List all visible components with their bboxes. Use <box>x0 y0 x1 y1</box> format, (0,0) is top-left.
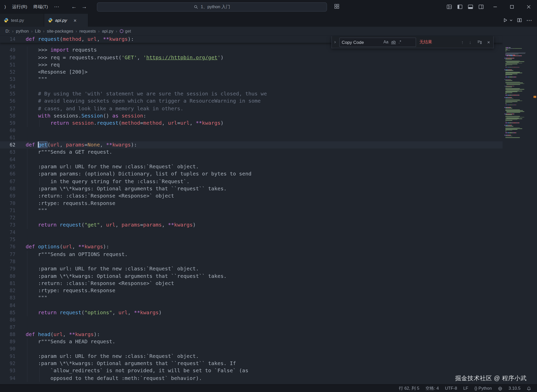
toggle-panel-icon[interactable] <box>467 3 474 11</box>
status-python-version[interactable]: 3.10.5 <box>505 385 523 392</box>
line-number[interactable]: 85 <box>0 309 15 316</box>
tab-test-py[interactable]: test.py <box>0 14 44 27</box>
line-number[interactable]: 77 <box>0 251 15 258</box>
status-encoding[interactable]: UTF-8 <box>442 385 460 392</box>
line-number[interactable]: 60 <box>0 127 15 134</box>
line-number[interactable]: 14 <box>0 36 15 43</box>
line-number[interactable]: 94 <box>0 375 15 382</box>
line-number[interactable]: 67 <box>0 178 15 185</box>
regex-icon[interactable]: .* <box>397 39 402 45</box>
breadcrumb-item-lib[interactable]: Lib <box>35 29 41 34</box>
line-number[interactable]: 81 <box>0 280 15 287</box>
line-number[interactable]: 74 <box>0 229 15 236</box>
line-number[interactable]: 59 <box>0 120 15 127</box>
tab-close-icon[interactable]: × <box>73 18 76 23</box>
line-number[interactable]: 61 <box>0 134 15 141</box>
maximize-icon[interactable] <box>503 0 520 14</box>
line-number[interactable]: 69 <box>0 192 15 200</box>
line-number[interactable]: 52 <box>0 68 15 76</box>
line-number[interactable]: 86 <box>0 316 15 324</box>
line-number[interactable]: 88 <box>0 331 15 338</box>
code-line: 94 opposed to the default :meth:`request… <box>0 375 503 382</box>
breadcrumb-item-site-packages[interactable]: site-packages <box>47 29 73 34</box>
line-number[interactable]: 80 <box>0 273 15 280</box>
toggle-primary-sidebar-icon[interactable] <box>456 3 464 11</box>
status-globe-icon[interactable] <box>495 385 505 392</box>
run-dropdown-chevron-icon[interactable] <box>510 19 513 22</box>
toggle-replace-icon[interactable]: › <box>333 39 337 45</box>
line-number[interactable]: 51 <box>0 61 15 68</box>
minimap-content <box>503 36 537 138</box>
customize-layout-icon[interactable] <box>446 3 453 11</box>
close-icon[interactable] <box>520 0 537 14</box>
code-editor[interactable]: 14def request(method, url, **kwargs):49 … <box>0 36 503 384</box>
line-number[interactable]: 76 <box>0 243 15 251</box>
menu-partial[interactable]: ) <box>1 2 9 11</box>
forward-icon[interactable]: → <box>81 4 87 10</box>
line-number[interactable]: 65 <box>0 163 15 170</box>
run-python-file-icon[interactable] <box>503 18 508 23</box>
line-number[interactable]: 62 <box>0 141 15 149</box>
status-eol[interactable]: LF <box>460 385 471 392</box>
line-number[interactable]: 91 <box>0 353 15 360</box>
line-number[interactable]: 55 <box>0 90 15 97</box>
find-in-selection-icon[interactable] <box>475 39 483 45</box>
find-input[interactable] <box>342 40 382 45</box>
line-number[interactable]: 49 <box>0 47 15 54</box>
line-number[interactable]: 50 <box>0 54 15 61</box>
line-number[interactable]: 56 <box>0 98 15 105</box>
breadcrumb-item-api-py[interactable]: api.py <box>102 29 113 34</box>
line-number[interactable]: 79 <box>0 265 15 272</box>
status-notifications-bell-icon[interactable] <box>524 385 534 392</box>
line-number[interactable]: 89 <box>0 338 15 345</box>
tab-api-py[interactable]: api.py× <box>44 14 88 27</box>
line-number[interactable]: 70 <box>0 200 15 207</box>
line-number[interactable]: 90 <box>0 346 15 353</box>
line-number[interactable]: 82 <box>0 287 15 294</box>
status-cursor-position[interactable]: 行 62, 列 5 <box>396 385 423 392</box>
line-number[interactable]: 93 <box>0 367 15 375</box>
menubar-overflow-icon[interactable]: ⋯ <box>51 2 63 11</box>
find-next-icon[interactable]: ↓ <box>467 39 473 46</box>
line-number[interactable]: 92 <box>0 360 15 367</box>
find-input-box[interactable]: Aa ab .* <box>339 37 416 47</box>
line-number[interactable]: 63 <box>0 149 15 156</box>
menu-terminal[interactable]: 终端(T) <box>30 2 51 11</box>
line-number[interactable]: 78 <box>0 258 15 265</box>
line-number[interactable]: 58 <box>0 112 15 120</box>
menu-run[interactable]: 运行(R) <box>9 2 30 11</box>
whole-word-icon[interactable]: ab <box>390 39 397 45</box>
line-number[interactable]: 84 <box>0 302 15 309</box>
line-number[interactable]: 68 <box>0 185 15 192</box>
code-line: 66 :param params: (optional) Dictionary,… <box>0 171 503 178</box>
minimize-icon[interactable] <box>487 0 503 14</box>
line-number[interactable]: 57 <box>0 105 15 112</box>
line-number[interactable]: 72 <box>0 214 15 221</box>
status-language-mode[interactable]: {} Python <box>471 385 495 392</box>
find-close-icon[interactable]: × <box>485 39 492 46</box>
breadcrumb-item-get[interactable]: get <box>120 29 131 34</box>
back-icon[interactable]: ← <box>71 4 76 10</box>
match-case-icon[interactable]: Aa <box>382 39 390 45</box>
breadcrumb-item-d-[interactable]: D: <box>5 29 10 34</box>
breadcrumb-item-requests[interactable]: requests <box>79 29 96 34</box>
minimap[interactable] <box>503 36 537 384</box>
line-number[interactable]: 64 <box>0 156 15 163</box>
line-number[interactable]: 53 <box>0 76 15 83</box>
breadcrumb-item-python[interactable]: python <box>16 29 29 34</box>
line-number[interactable]: 66 <box>0 171 15 178</box>
line-number[interactable]: 54 <box>0 83 15 90</box>
line-number[interactable]: 73 <box>0 222 15 229</box>
line-number[interactable]: 75 <box>0 236 15 243</box>
more-actions-icon[interactable]: ⋯ <box>526 17 532 23</box>
grid-icon[interactable] <box>334 4 339 9</box>
line-number[interactable]: 71 <box>0 207 15 214</box>
line-number[interactable]: 87 <box>0 324 15 331</box>
find-previous-icon[interactable]: ↑ <box>459 39 465 46</box>
command-center-search[interactable]: 1、python 入门 <box>97 2 327 12</box>
split-editor-icon[interactable] <box>517 18 522 23</box>
line-number[interactable]: 83 <box>0 295 15 302</box>
toggle-secondary-sidebar-icon[interactable] <box>477 3 485 11</box>
status-indentation[interactable]: 空格: 4 <box>423 385 442 392</box>
history-nav: ← → <box>71 0 87 14</box>
